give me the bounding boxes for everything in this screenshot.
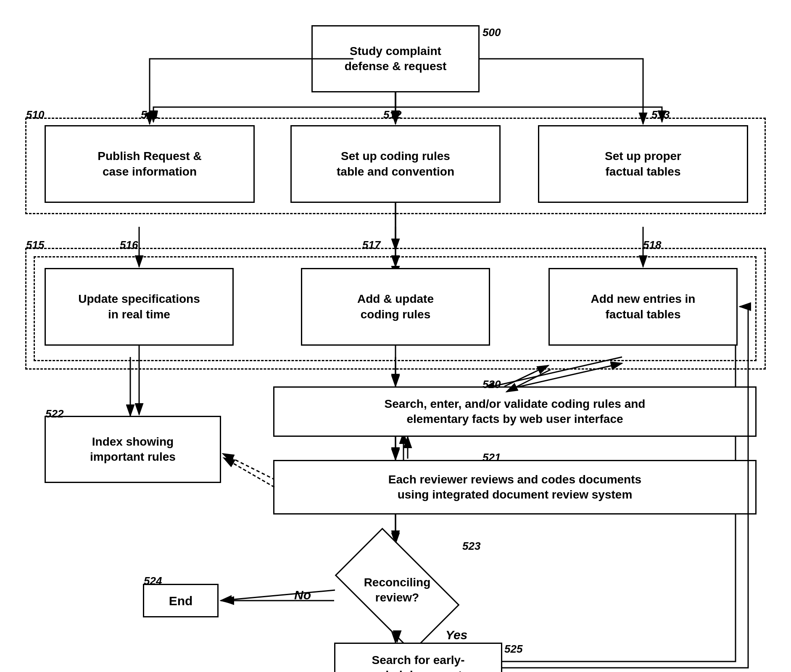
box-add-update-label: Add & update coding rules <box>357 291 434 322</box>
box-proper-factual-label: Set up proper factual tables <box>605 149 681 179</box>
label-518: 518 <box>643 239 661 252</box>
diamond-label: Reconciling review? <box>364 575 431 606</box>
box-500-label: Study complaint defense & request <box>345 44 447 74</box>
box-search-early: Search for early- coded documents <box>334 643 502 672</box>
box-proper-factual: Set up proper factual tables <box>538 125 748 203</box>
box-end-label: End <box>169 593 193 609</box>
diamond-reconciling: Reconciling review? <box>334 540 460 640</box>
label-523: 523 <box>462 540 480 553</box>
label-511: 511 <box>141 108 159 121</box>
label-521: 521 <box>483 451 501 464</box>
svg-line-24 <box>221 590 335 601</box>
label-yes: Yes <box>446 628 467 642</box>
box-500: Study complaint defense & request <box>311 25 480 92</box>
box-index-label: Index showing important rules <box>90 434 176 465</box>
label-512: 512 <box>383 108 401 121</box>
box-search-enter: Search, enter, and/or validate coding ru… <box>273 386 757 437</box>
label-510: 510 <box>26 108 44 121</box>
label-513: 513 <box>651 108 670 121</box>
box-coding-rules: Set up coding rules table and convention <box>290 125 501 203</box>
label-515: 515 <box>26 239 44 252</box>
label-500: 500 <box>483 26 501 39</box>
box-end: End <box>143 584 219 617</box>
box-search-enter-label: Search, enter, and/or validate coding ru… <box>385 396 646 427</box>
label-524: 524 <box>144 575 162 588</box>
label-522: 522 <box>45 407 63 420</box>
box-add-new-label: Add new entries in factual tables <box>591 291 696 322</box>
box-add-update: Add & update coding rules <box>301 268 490 346</box>
box-coding-rules-label: Set up coding rules table and convention <box>337 149 454 179</box>
box-add-new: Add new entries in factual tables <box>548 268 738 346</box>
label-525: 525 <box>504 643 522 656</box>
box-index: Index showing important rules <box>45 416 221 483</box>
box-publish-label: Publish Request & case information <box>98 149 201 179</box>
label-no: No <box>294 588 311 602</box>
svg-line-22 <box>224 458 274 487</box>
label-520: 520 <box>483 378 501 391</box>
flowchart-diagram: Study complaint defense & request 500 51… <box>0 0 791 672</box>
label-517: 517 <box>362 239 380 252</box>
box-publish: Publish Request & case information <box>45 125 255 203</box>
box-update-spec-label: Update specifications in real time <box>78 291 200 322</box>
box-each-reviewer-label: Each reviewer reviews and codes document… <box>388 472 641 503</box>
box-search-early-label: Search for early- coded documents <box>368 653 469 672</box>
box-each-reviewer: Each reviewer reviews and codes document… <box>273 460 757 514</box>
box-update-spec: Update specifications in real time <box>45 268 234 346</box>
label-516: 516 <box>120 239 138 252</box>
